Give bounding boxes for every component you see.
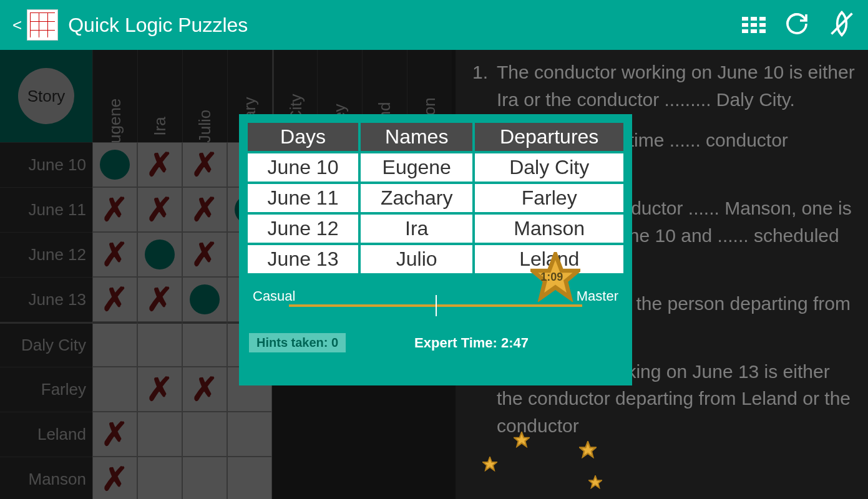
grid-cell[interactable] [137, 232, 182, 277]
col-header: Ira [137, 50, 182, 142]
progress-bar [289, 304, 582, 307]
clue-item: 1.The conductor working on June 10 is ei… [467, 59, 857, 113]
col-header: Julio [182, 50, 227, 142]
row-header: Farley [0, 367, 92, 412]
row-header: June 10 [0, 142, 92, 187]
grid-cell[interactable] [182, 457, 227, 499]
grid-cell[interactable]: ✗ [137, 277, 182, 322]
grid-cell[interactable] [227, 457, 272, 499]
progress-right-label: Master [577, 288, 618, 304]
row-header: Manson [0, 457, 92, 499]
grid-cell[interactable]: ✗ [92, 277, 137, 322]
grid-cell[interactable] [92, 322, 137, 367]
solution-row: June 10EugeneDaly City [248, 153, 623, 182]
solution-row: June 11ZacharyFarley [248, 184, 623, 212]
grid-cell[interactable] [92, 142, 137, 187]
solution-col-header: Names [361, 123, 472, 151]
row-header: June 12 [0, 232, 92, 277]
grid-cell[interactable] [182, 277, 227, 322]
refresh-icon[interactable] [784, 11, 809, 39]
completion-time: 1:09 [540, 271, 563, 284]
grid-cell[interactable] [92, 367, 137, 412]
col-header: Eugene [92, 50, 137, 142]
grid-cell[interactable] [137, 322, 182, 367]
row-header: June 13 [0, 277, 92, 322]
svg-line-0 [832, 14, 852, 34]
grid-cell[interactable] [137, 457, 182, 499]
grid-cell[interactable]: ✗ [137, 187, 182, 232]
solution-row: June 12IraManson [248, 215, 623, 243]
grid-view-icon[interactable] [742, 17, 766, 33]
grid-cell[interactable]: ✗ [137, 367, 182, 412]
grid-cell[interactable]: ✗ [92, 187, 137, 232]
back-button[interactable]: < [12, 16, 22, 35]
grid-cell[interactable]: ✗ [92, 457, 137, 499]
solution-modal: DaysNamesDepartures June 10EugeneDaly Ci… [239, 114, 632, 385]
solution-col-header: Departures [475, 123, 623, 151]
grid-cell[interactable] [182, 322, 227, 367]
progress-left-label: Casual [253, 288, 295, 304]
row-header: Daly City [0, 322, 92, 367]
grid-cell[interactable]: ✗ [182, 187, 227, 232]
grid-cell[interactable] [227, 412, 272, 457]
corner-cell: Story [0, 50, 92, 142]
expert-time: Expert Time: 2:47 [414, 335, 529, 351]
grid-cell[interactable] [182, 412, 227, 457]
grid-cell[interactable]: ✗ [137, 142, 182, 187]
story-button[interactable]: Story [18, 68, 74, 124]
row-header: June 11 [0, 187, 92, 232]
app-header: < Quick Logic Puzzles [0, 0, 868, 50]
mute-icon[interactable] [828, 10, 856, 40]
row-header: Leland [0, 412, 92, 457]
grid-cell[interactable]: ✗ [92, 232, 137, 277]
grid-cell[interactable] [137, 412, 182, 457]
grid-cell[interactable]: ✗ [182, 367, 227, 412]
app-icon [27, 9, 58, 41]
grid-cell[interactable]: ✗ [182, 232, 227, 277]
grid-cell[interactable]: ✗ [92, 412, 137, 457]
grid-cell[interactable]: ✗ [182, 142, 227, 187]
hints-badge: Hints taken: 0 [249, 333, 346, 352]
solution-col-header: Days [248, 123, 358, 151]
app-title: Quick Logic Puzzles [68, 14, 742, 37]
